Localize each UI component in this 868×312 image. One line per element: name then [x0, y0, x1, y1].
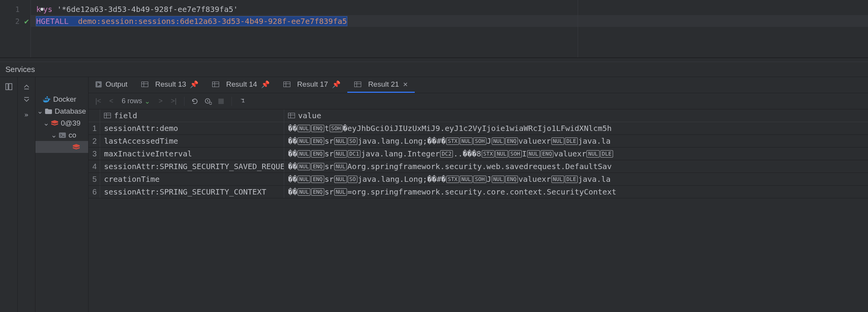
tab-output[interactable]: Output — [89, 77, 134, 93]
control-char: NUL — [334, 188, 347, 196]
redis-icon — [51, 119, 59, 127]
control-char: ENQ — [311, 176, 324, 183]
pin-icon[interactable]: 📌 — [190, 80, 198, 89]
cell-field[interactable]: sessionAttr:SPRING_SECURITY_SAVED_REQUES… — [100, 160, 284, 173]
separator — [231, 97, 232, 106]
result-toolbar: |< < 6 rows⌄ > >| — [89, 93, 868, 109]
table-icon — [141, 82, 148, 87]
table-row[interactable]: 2lastAccessedTime��NULENQsrNULSOjava.lan… — [89, 135, 868, 148]
control-char: DLE — [600, 150, 613, 158]
tab-result-14[interactable]: Result 14 📌 — [205, 77, 276, 93]
services-tree[interactable]: Docker ⌄ Database ⌄ 0@39 ⌄ co — [35, 77, 89, 312]
cell-field[interactable]: lastAccessedTime — [100, 135, 284, 147]
table-row[interactable]: 6sessionAttr:SPRING_SECURITY_CONTEXT��NU… — [89, 186, 868, 198]
row-header-corner[interactable] — [89, 109, 100, 122]
control-char: DLE — [565, 138, 578, 145]
tree-node-docker[interactable]: Docker — [35, 93, 88, 105]
tree-node-selected[interactable] — [35, 141, 88, 153]
first-page-icon[interactable]: |< — [92, 96, 104, 107]
keyword: HGETALL — [36, 17, 69, 26]
cell-value[interactable]: ��NULENQsrNULSOjava.lang.Long;��#�STXNUL… — [284, 173, 868, 185]
control-char: NUL — [334, 150, 347, 158]
result-grid[interactable]: field value 1sessionAttr:demo��NULENQtSO… — [89, 109, 868, 198]
pin-icon[interactable] — [236, 96, 248, 107]
row-number[interactable]: 4 — [89, 160, 100, 173]
twisty-icon[interactable]: ⌄ — [37, 107, 42, 116]
row-number[interactable]: 6 — [89, 186, 100, 198]
keyword: ys — [43, 5, 52, 14]
cell-field[interactable]: maxInactiveInterval — [100, 148, 284, 160]
control-char: SO — [348, 138, 357, 145]
tree-node-database[interactable]: ⌄ Database — [35, 105, 88, 117]
tree-node-redis[interactable]: ⌄ 0@39 — [35, 117, 88, 129]
cell-field[interactable]: creationTime — [100, 173, 284, 185]
column-header-field[interactable]: field — [100, 109, 284, 122]
control-char: NUL — [298, 125, 310, 132]
control-char: NUL — [298, 163, 310, 170]
chevron-down-icon: ⌄ — [144, 97, 150, 106]
pin-icon[interactable]: 📌 — [332, 80, 340, 89]
tab-result-17[interactable]: Result 17 📌 — [276, 77, 347, 93]
tab-result-13[interactable]: Result 13 📌 — [134, 77, 205, 93]
code-line[interactable]: HGETALL demo:session:sessions:6de12a63-3… — [31, 15, 868, 27]
column-header-value[interactable]: value — [284, 109, 868, 122]
cell-field[interactable]: sessionAttr:SPRING_SECURITY_CONTEXT — [100, 186, 284, 198]
refresh-schedule-icon[interactable] — [202, 96, 214, 107]
pin-icon[interactable]: 📌 — [261, 80, 270, 89]
control-char: NUL — [334, 176, 347, 183]
twisty-icon[interactable]: ⌄ — [43, 119, 49, 127]
control-char: STX — [482, 150, 494, 158]
close-icon[interactable]: ✕ — [403, 81, 408, 88]
cell-value[interactable]: ��NULENQtSOH�eyJhbGciOiJIUzUxMiJ9.eyJ1c2… — [284, 122, 868, 134]
control-char: DLE — [565, 176, 578, 183]
reload-icon[interactable] — [189, 96, 201, 107]
table-row[interactable]: 5creationTime��NULENQsrNULSOjava.lang.Lo… — [89, 173, 868, 186]
control-char: ENQ — [505, 176, 518, 183]
row-number[interactable]: 2 — [89, 135, 100, 147]
collapse-all-icon[interactable] — [21, 94, 32, 106]
last-page-icon[interactable]: >| — [168, 96, 179, 107]
table-row[interactable]: 4sessionAttr:SPRING_SECURITY_SAVED_REQUE… — [89, 160, 868, 173]
prev-page-icon[interactable]: < — [106, 96, 117, 107]
control-char: NUL — [298, 138, 310, 145]
tab-label: Output — [106, 80, 127, 89]
right-margin-guide — [578, 0, 578, 57]
services-panel-title[interactable]: Services — [0, 62, 868, 77]
table-icon — [354, 82, 361, 87]
control-char: SOH — [509, 150, 521, 158]
row-number[interactable]: 3 — [89, 148, 100, 160]
row-number[interactable]: 5 — [89, 173, 100, 185]
layout-icon[interactable] — [3, 81, 15, 92]
separator — [184, 97, 184, 106]
code-line[interactable]: kys '*6de12a63-3d53-4b49-928f-ee7e7f839f… — [31, 3, 868, 15]
more-icon[interactable]: » — [21, 109, 32, 120]
cell-value[interactable]: ��NULENQsrNUL =org.springframework.secur… — [284, 186, 868, 198]
gutter-check-icon: ✔ — [24, 17, 29, 26]
line-number: 1 — [0, 3, 30, 15]
table-row[interactable]: 3maxInactiveInterval��NULENQsrNULDC1java… — [89, 148, 868, 160]
svg-rect-4 — [59, 133, 66, 138]
expand-all-icon[interactable] — [21, 81, 32, 92]
editor-code[interactable]: kys '*6de12a63-3d53-4b49-928f-ee7e7f839f… — [31, 0, 868, 57]
sql-editor[interactable]: 1 2 ✔ kys '*6de12a63-3d53-4b49-928f-ee7e… — [0, 0, 868, 58]
control-char: NUL — [298, 176, 310, 183]
row-number[interactable]: 1 — [89, 122, 100, 134]
cell-value[interactable]: ��NULENQsrNULSOjava.lang.Long;��#�STXNUL… — [284, 135, 868, 147]
control-char: NUL — [460, 138, 473, 145]
table-icon — [283, 82, 290, 87]
tab-label: Result 17 — [297, 80, 328, 89]
twisty-icon[interactable]: ⌄ — [51, 131, 56, 139]
tree-node-console[interactable]: ⌄ co — [35, 129, 88, 141]
argument: demo:session:sessions:6de12a63-3d53-4b49… — [78, 17, 347, 26]
stop-icon[interactable] — [215, 96, 227, 107]
tab-result-21[interactable]: Result 21 ✕ — [347, 77, 415, 93]
next-page-icon[interactable]: > — [155, 96, 166, 107]
row-count[interactable]: 6 rows⌄ — [119, 97, 153, 106]
cell-value[interactable]: ��NULENQsrNUL Aorg.springframework.secur… — [284, 160, 868, 173]
cell-field[interactable]: sessionAttr:demo — [100, 122, 284, 134]
table-row[interactable]: 1sessionAttr:demo��NULENQtSOH�eyJhbGciOi… — [89, 122, 868, 135]
control-char: NUL — [492, 138, 504, 145]
redis-icon — [72, 143, 80, 151]
cell-value[interactable]: ��NULENQsrNULDC1java.lang.IntegerDC2..��… — [284, 148, 868, 160]
control-char: NUL — [551, 176, 564, 183]
